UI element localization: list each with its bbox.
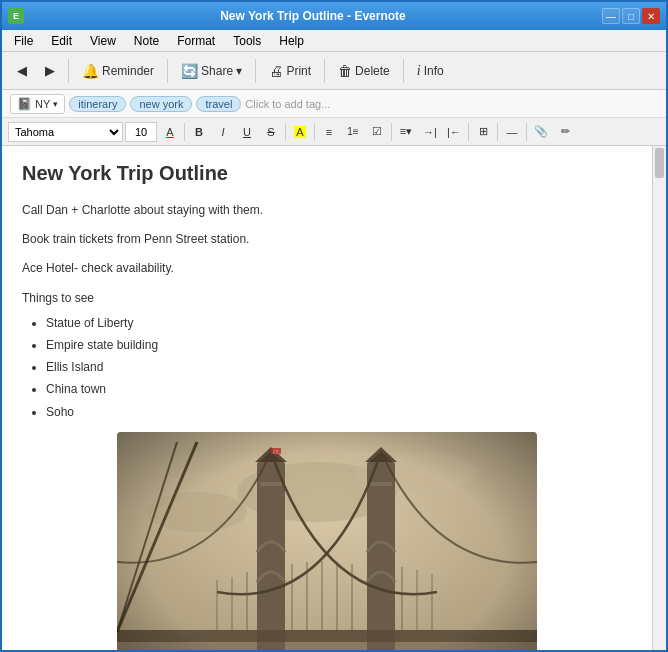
table-icon: ⊞ bbox=[479, 125, 488, 138]
notebook-arrow: ▾ bbox=[53, 99, 58, 109]
tag-itinerary[interactable]: itinerary bbox=[69, 96, 126, 112]
italic-icon: I bbox=[221, 126, 224, 138]
info-button[interactable]: i Info bbox=[410, 59, 451, 83]
tag-new-york[interactable]: new york bbox=[130, 96, 192, 112]
underline-icon: U bbox=[243, 126, 251, 138]
indent-button[interactable]: →| bbox=[419, 122, 441, 142]
add-tag-button[interactable]: Click to add tag... bbox=[245, 98, 330, 110]
menu-note[interactable]: Note bbox=[126, 32, 167, 50]
format-bar: Tahoma A B I U S A ≡ 1≡ ☑ ≡▾ →| |← ⊞ — 📎… bbox=[2, 118, 666, 146]
format-separator-1 bbox=[184, 123, 185, 141]
reminder-button[interactable]: 🔔 Reminder bbox=[75, 59, 161, 83]
notebook-selector[interactable]: 📓 NY ▾ bbox=[10, 94, 65, 114]
bold-icon: B bbox=[195, 126, 203, 138]
more-icon: ✏ bbox=[561, 125, 570, 138]
format-separator-6 bbox=[497, 123, 498, 141]
list-item-1: Statue of Liberty bbox=[46, 314, 632, 333]
list-item-3: Ellis Island bbox=[46, 358, 632, 377]
hr-icon: — bbox=[507, 126, 518, 138]
format-separator-5 bbox=[468, 123, 469, 141]
tag-travel[interactable]: travel bbox=[196, 96, 241, 112]
format-separator-3 bbox=[314, 123, 315, 141]
menu-format[interactable]: Format bbox=[169, 32, 223, 50]
things-heading: Things to see bbox=[22, 289, 632, 308]
ordered-list-button[interactable]: 1≡ bbox=[342, 122, 364, 142]
table-button[interactable]: ⊞ bbox=[472, 122, 494, 142]
share-label: Share ▾ bbox=[201, 64, 242, 78]
info-icon: i bbox=[417, 63, 421, 79]
format-separator-2 bbox=[285, 123, 286, 141]
menu-bar: File Edit View Note Format Tools Help bbox=[2, 30, 666, 52]
menu-tools[interactable]: Tools bbox=[225, 32, 269, 50]
reminder-label: Reminder bbox=[102, 64, 154, 78]
highlight-button[interactable]: A bbox=[289, 122, 311, 142]
list-item-5: Soho bbox=[46, 403, 632, 422]
more-button[interactable]: ✏ bbox=[554, 122, 576, 142]
unordered-list-button[interactable]: ≡ bbox=[318, 122, 340, 142]
bold-button[interactable]: B bbox=[188, 122, 210, 142]
maximize-button[interactable]: □ bbox=[622, 8, 640, 24]
align-icon: ≡▾ bbox=[400, 125, 412, 138]
main-toolbar: ◀ ▶ 🔔 Reminder 🔄 Share ▾ 🖨 Print 🗑 Delet… bbox=[2, 52, 666, 90]
align-button[interactable]: ≡▾ bbox=[395, 122, 417, 142]
strikethrough-button[interactable]: S bbox=[260, 122, 282, 142]
check-icon: ☑ bbox=[372, 125, 382, 138]
notebook-icon: 📓 bbox=[17, 97, 32, 111]
share-button[interactable]: 🔄 Share ▾ bbox=[174, 59, 249, 83]
app-window: E New York Trip Outline - Evernote — □ ✕… bbox=[0, 0, 668, 652]
delete-button[interactable]: 🗑 Delete bbox=[331, 59, 397, 83]
strikethrough-icon: S bbox=[267, 126, 274, 138]
toolbar-separator-2 bbox=[167, 59, 168, 83]
ul-icon: ≡ bbox=[326, 126, 332, 138]
app-icon: E bbox=[8, 8, 24, 24]
menu-help[interactable]: Help bbox=[271, 32, 312, 50]
window-title: New York Trip Outline - Evernote bbox=[24, 9, 602, 23]
back-button[interactable]: ◀ bbox=[10, 59, 34, 82]
main-content: New York Trip Outline Call Dan + Charlot… bbox=[2, 146, 666, 650]
font-color-icon: A bbox=[166, 126, 173, 138]
toolbar-separator-4 bbox=[324, 59, 325, 83]
toolbar-separator-5 bbox=[403, 59, 404, 83]
print-button[interactable]: 🖨 Print bbox=[262, 59, 318, 83]
menu-file[interactable]: File bbox=[6, 32, 41, 50]
note-line-1: Call Dan + Charlotte about staying with … bbox=[22, 201, 632, 220]
font-selector[interactable]: Tahoma bbox=[8, 122, 123, 142]
font-size-input[interactable] bbox=[125, 122, 157, 142]
note-body: Call Dan + Charlotte about staying with … bbox=[22, 201, 632, 650]
menu-edit[interactable]: Edit bbox=[43, 32, 80, 50]
info-label: Info bbox=[424, 64, 444, 78]
attach-button[interactable]: 📎 bbox=[530, 122, 552, 142]
print-icon: 🖨 bbox=[269, 63, 283, 79]
italic-button[interactable]: I bbox=[212, 122, 234, 142]
delete-icon: 🗑 bbox=[338, 63, 352, 79]
notebook-label: NY bbox=[35, 98, 50, 110]
minimize-button[interactable]: — bbox=[602, 8, 620, 24]
window-controls: — □ ✕ bbox=[602, 8, 660, 24]
tags-bar: 📓 NY ▾ itinerary new york travel Click t… bbox=[2, 90, 666, 118]
format-separator-7 bbox=[526, 123, 527, 141]
toolbar-separator-3 bbox=[255, 59, 256, 83]
note-title: New York Trip Outline bbox=[22, 162, 632, 185]
print-label: Print bbox=[286, 64, 311, 78]
indent-icon: →| bbox=[423, 126, 437, 138]
font-color-button[interactable]: A bbox=[159, 122, 181, 142]
bridge-photo bbox=[117, 432, 537, 650]
editor-area[interactable]: New York Trip Outline Call Dan + Charlot… bbox=[2, 146, 652, 650]
svg-rect-26 bbox=[117, 432, 537, 650]
underline-button[interactable]: U bbox=[236, 122, 258, 142]
outdent-icon: |← bbox=[447, 126, 461, 138]
outdent-button[interactable]: |← bbox=[443, 122, 465, 142]
list-item-4: China town bbox=[46, 380, 632, 399]
list-item-2: Empire state building bbox=[46, 336, 632, 355]
attach-icon: 📎 bbox=[534, 125, 548, 138]
close-button[interactable]: ✕ bbox=[642, 8, 660, 24]
scrollbar[interactable] bbox=[652, 146, 666, 650]
menu-view[interactable]: View bbox=[82, 32, 124, 50]
share-icon: 🔄 bbox=[181, 63, 198, 79]
checklist-button[interactable]: ☑ bbox=[366, 122, 388, 142]
forward-button[interactable]: ▶ bbox=[38, 59, 62, 82]
toolbar-separator-1 bbox=[68, 59, 69, 83]
note-line-2: Book train tickets from Penn Street stat… bbox=[22, 230, 632, 249]
hr-button[interactable]: — bbox=[501, 122, 523, 142]
reminder-icon: 🔔 bbox=[82, 63, 99, 79]
